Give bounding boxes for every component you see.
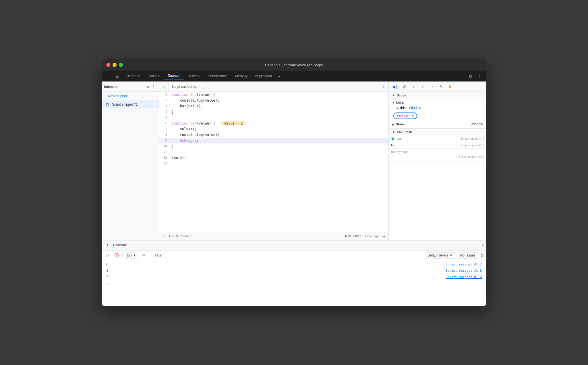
- code-line-6: 6 function bar(value) { value = 2: [159, 121, 388, 126]
- device-icon[interactable]: ⊡: [113, 72, 122, 80]
- console-value-0: 0: [106, 262, 115, 266]
- resume-button[interactable]: ▶|: [391, 83, 399, 91]
- tab-console[interactable]: Console: [144, 72, 164, 80]
- code-line-12: 12 foo(0);: [159, 155, 388, 161]
- console-panel: ⋮ Console × ▷ 🚫 top ▼ 👁 Default levels ▼: [102, 240, 486, 306]
- code-line-13: 13: [159, 161, 388, 166]
- console-title: Console: [113, 243, 127, 248]
- maximize-button[interactable]: [119, 63, 123, 67]
- more-tabs-icon[interactable]: »: [276, 73, 282, 79]
- console-output: 0 Script snippet #1:2 1 Script snippet #…: [102, 260, 486, 306]
- settings-icon[interactable]: ⚙: [466, 72, 475, 80]
- code-line-5: 5: [159, 115, 388, 121]
- tab-performance[interactable]: Performance: [204, 72, 231, 80]
- editor-panel: ◁ Script snippet #1 × ▷ 1 function foo(v…: [159, 81, 389, 240]
- format-icon[interactable]: {}: [163, 234, 165, 238]
- step-out-button[interactable]: ↑: [419, 83, 427, 91]
- global-expand-icon: ▶: [392, 123, 394, 126]
- eye-icon[interactable]: 👁: [141, 252, 148, 259]
- call-stack-item-anon-loc: Script snippet #1:12: [389, 155, 486, 160]
- console-prompt[interactable]: >: [102, 280, 486, 287]
- console-row-2: 2 Script snippet #1:8: [102, 274, 486, 280]
- console-loc-0[interactable]: Script snippet #1:2: [446, 263, 482, 266]
- cs-loc-foo: Script snippet #1:3: [460, 144, 484, 147]
- console-filter-input[interactable]: [152, 252, 423, 259]
- run-shortcut[interactable]: ▶ ⌘+Enter: [345, 234, 361, 238]
- devtools-tab-bar: ⬚ ⊡ Elements Console Sources Network Per…: [102, 71, 486, 81]
- deactivate-btn[interactable]: ✎: [437, 83, 445, 91]
- snippet-name: Script snippet #1: [112, 102, 138, 106]
- console-value-2: 2: [106, 275, 115, 279]
- cs-loc-bar: Script snippet #1:9: [460, 137, 484, 140]
- value-badge-container: value: 0: [391, 111, 484, 121]
- more-options-icon[interactable]: ⋮: [475, 72, 484, 80]
- code-editor[interactable]: 1 function foo(value) { 2 console.log(va…: [159, 92, 388, 232]
- run-snippet-icon[interactable]: ▷: [379, 83, 387, 91]
- editor-tab-close-icon[interactable]: ×: [199, 85, 201, 89]
- cursor-icon[interactable]: ⬚: [104, 72, 113, 80]
- top-context-dropdown[interactable]: top ▼: [125, 252, 138, 259]
- console-toolbar: ▷ 🚫 top ▼ 👁 Default levels ▼ No Issues ⚙: [102, 251, 486, 260]
- active-frame-icon: 🔷: [391, 137, 394, 140]
- call-stack-title: Call Stack: [397, 130, 412, 134]
- call-stack-item-bar[interactable]: 🔷 bar Script snippet #1:9: [389, 135, 486, 142]
- no-issues-button[interactable]: No Issues: [458, 252, 478, 259]
- this-scope-item[interactable]: ▶ this: Window: [391, 105, 484, 111]
- editor-tab-snippet[interactable]: Script snippet #1 ×: [168, 83, 204, 91]
- tab-memory[interactable]: Memory: [232, 72, 251, 80]
- call-stack-section: ▼ Call Stack 🔷 bar Script snippet #1:9 f…: [389, 129, 486, 160]
- call-stack-header[interactable]: ▼ Call Stack: [389, 129, 486, 135]
- scope-header[interactable]: ▼ Scope: [389, 92, 486, 99]
- step-button[interactable]: →: [428, 83, 436, 91]
- editor-tab-title: Script snippet #1: [171, 85, 197, 89]
- console-block-icon[interactable]: 🚫: [113, 252, 120, 259]
- console-row-1: 1 Script snippet #1:8: [102, 267, 486, 274]
- code-line-3: 3 bar(value);: [159, 103, 388, 109]
- snippets-panel-header: Snippets » ⋮: [102, 81, 159, 92]
- left-panel: Snippets » ⋮ + New snippet 🗒 Script snip…: [102, 81, 159, 240]
- console-close-icon[interactable]: ×: [481, 243, 484, 248]
- global-scope-item[interactable]: ▶ Global Window: [391, 121, 484, 127]
- code-line-1: 1 function foo(value) {: [159, 92, 388, 98]
- debug-toolbar: ▶| ↺ ↓ ↑ → ✎ ⏸: [389, 81, 486, 92]
- call-stack-item-anon[interactable]: (anonymous): [389, 149, 486, 155]
- scope-arrow-icon: ▼: [392, 94, 395, 97]
- value-key-label: value:: [397, 114, 410, 118]
- new-snippet-button[interactable]: + New snippet: [102, 92, 159, 100]
- close-button[interactable]: [106, 63, 110, 67]
- default-levels-dropdown[interactable]: Default levels ▼: [425, 252, 455, 259]
- tab-network[interactable]: Network: [184, 72, 204, 80]
- this-expand-icon: ▶: [397, 106, 399, 110]
- snippets-more-icon[interactable]: »: [146, 84, 150, 90]
- pause-button[interactable]: ⏸: [446, 83, 454, 91]
- code-line-2: 2 console.log(value);: [159, 98, 388, 103]
- code-line-11: 11: [159, 149, 388, 155]
- snippets-menu-icon[interactable]: ⋮: [150, 84, 156, 90]
- call-stack-item-foo[interactable]: foo Script snippet #1:3: [389, 142, 486, 149]
- console-menu-icon[interactable]: ⋮: [104, 242, 111, 249]
- local-label: Local: [396, 101, 405, 104]
- editor-tab-bar: ◁ Script snippet #1 × ▷: [159, 81, 388, 92]
- console-loc-1[interactable]: Script snippet #1:8: [446, 269, 482, 273]
- step-into-button[interactable]: ↓: [409, 83, 417, 91]
- nav-back-icon[interactable]: ◁: [160, 83, 168, 91]
- local-expand-icon: ▼: [392, 101, 395, 104]
- this-value: Window: [409, 106, 421, 110]
- global-label: Global: [396, 123, 405, 126]
- cs-loc-anon: Script snippet #1:12: [459, 155, 484, 158]
- code-line-9: 9 debugger;: [159, 138, 388, 143]
- snippets-title: Snippets: [104, 85, 146, 88]
- tab-sources[interactable]: Sources: [164, 72, 184, 80]
- toolbar-divider-2: [150, 253, 150, 258]
- console-loc-2[interactable]: Script snippet #1:8: [446, 275, 482, 279]
- tab-application[interactable]: Application: [252, 72, 275, 80]
- tab-elements[interactable]: Elements: [122, 72, 144, 80]
- step-over-button[interactable]: ↺: [400, 83, 408, 91]
- cs-name-bar: bar: [397, 137, 460, 140]
- console-run-icon[interactable]: ▷: [104, 252, 111, 259]
- top-arrow-icon: ▼: [133, 253, 136, 257]
- console-settings-icon[interactable]: ⚙: [480, 253, 484, 258]
- minimize-button[interactable]: [113, 63, 117, 67]
- snippet-item[interactable]: 🗒 Script snippet #1: [102, 100, 159, 108]
- local-scope-item[interactable]: ▼ Local: [391, 100, 484, 105]
